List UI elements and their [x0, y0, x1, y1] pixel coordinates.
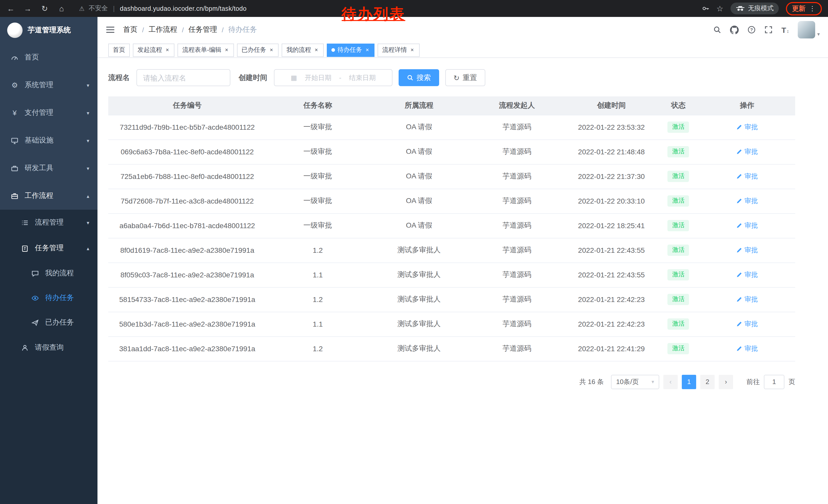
- cell-create-time: 2022-01-21 22:43:55: [565, 263, 658, 287]
- sidebar-item-workflow[interactable]: 工作流程 ▴: [0, 182, 97, 210]
- cell-action: 审批: [699, 287, 795, 312]
- security-label[interactable]: 不安全: [89, 4, 108, 13]
- close-icon[interactable]: ×: [224, 47, 229, 53]
- sidebar-item-leave-query[interactable]: 请假查询: [0, 335, 97, 360]
- prev-page-button[interactable]: ‹: [663, 374, 678, 389]
- breadcrumb-workflow[interactable]: 工作流程: [149, 25, 177, 34]
- key-icon[interactable]: [702, 5, 709, 12]
- pagination: 共 16 条 10条/页 ▾ ‹ 1 2 › 前往 页: [108, 374, 795, 389]
- menu-dots-icon[interactable]: ⋮: [809, 5, 816, 12]
- approve-link[interactable]: 审批: [736, 147, 758, 156]
- cell-initiator: 芋道源码: [469, 263, 565, 287]
- bookmark-star-icon[interactable]: ☆: [716, 4, 723, 13]
- page-button-2[interactable]: 2: [700, 374, 715, 389]
- approve-link[interactable]: 审批: [736, 270, 758, 279]
- close-icon[interactable]: ×: [409, 47, 415, 53]
- breadcrumb-home[interactable]: 首页: [123, 25, 137, 34]
- tab-done-tasks[interactable]: 已办任务 ×: [237, 43, 279, 57]
- approve-link[interactable]: 审批: [736, 245, 758, 255]
- tab-home[interactable]: 首页: [108, 43, 130, 57]
- user-menu[interactable]: ▾: [798, 21, 820, 39]
- edit-icon: [736, 124, 742, 130]
- approve-link[interactable]: 审批: [736, 196, 758, 205]
- sidebar-item-my-process[interactable]: 我的流程: [0, 261, 97, 286]
- approve-link[interactable]: 审批: [736, 172, 758, 181]
- process-name-input[interactable]: [136, 69, 230, 86]
- table-row: 58154733-7ac8-11ec-a9e2-a2380e71991a 1.2…: [108, 287, 795, 312]
- close-icon[interactable]: ×: [165, 47, 170, 53]
- sidebar-item-payment[interactable]: ¥ 支付管理 ▾: [0, 99, 97, 127]
- sidebar-item-system[interactable]: ⚙ 系统管理 ▾: [0, 71, 97, 99]
- toolbox-icon: [10, 164, 19, 172]
- fullscreen-icon[interactable]: [764, 26, 773, 34]
- sidebar-item-devtools[interactable]: 研发工具 ▾: [0, 154, 97, 182]
- forward-icon[interactable]: →: [23, 0, 32, 17]
- tab-todo-tasks[interactable]: 待办任务 ×: [327, 43, 375, 57]
- close-icon[interactable]: ×: [365, 47, 370, 53]
- approve-link[interactable]: 审批: [736, 295, 758, 304]
- home-icon[interactable]: ⌂: [57, 0, 66, 17]
- edit-icon: [736, 198, 742, 204]
- chevron-down-icon: ▾: [652, 379, 654, 384]
- approve-link[interactable]: 审批: [736, 344, 758, 353]
- sidebar-item-process-mgmt[interactable]: 流程管理 ▾: [0, 210, 97, 235]
- cell-task-name: 一级审批: [266, 115, 369, 139]
- github-icon[interactable]: [730, 26, 739, 34]
- url-text[interactable]: dashboard.yudao.iocoder.cn/bpm/task/todo: [120, 5, 247, 12]
- cell-task-name: 1.2: [266, 238, 369, 263]
- update-button[interactable]: 更新 ⋮: [786, 2, 822, 15]
- reset-button[interactable]: ↻ 重置: [445, 69, 485, 86]
- font-size-icon[interactable]: T↕: [782, 26, 789, 34]
- cell-action: 审批: [699, 189, 795, 213]
- cell-action: 审批: [699, 115, 795, 139]
- chrome-right-controls: ☆ 无痕模式 更新 ⋮: [702, 2, 822, 15]
- sidebar-item-home[interactable]: 首页: [0, 44, 97, 71]
- tab-form-edit[interactable]: 流程表单-编辑 ×: [178, 43, 234, 57]
- breadcrumb-separator: /: [142, 26, 144, 34]
- address-bar[interactable]: ⚠ 不安全 | dashboard.yudao.iocoder.cn/bpm/t…: [79, 4, 247, 13]
- cell-action: 审批: [699, 238, 795, 263]
- next-page-button[interactable]: ›: [719, 374, 733, 389]
- close-icon[interactable]: ×: [314, 47, 319, 53]
- reload-icon[interactable]: ↻: [40, 0, 49, 17]
- chevron-up-icon: ▴: [87, 193, 89, 199]
- app-logo: [7, 22, 23, 38]
- close-icon[interactable]: ×: [269, 47, 274, 53]
- back-icon[interactable]: ←: [6, 0, 15, 17]
- approve-link[interactable]: 审批: [736, 319, 758, 329]
- breadcrumb-task-mgmt[interactable]: 任务管理: [189, 25, 217, 34]
- status-badge: 激活: [668, 318, 689, 329]
- sidebar-item-infra[interactable]: 基础设施 ▾: [0, 127, 97, 154]
- pagination-total: 共 16 条: [579, 377, 604, 386]
- search-button[interactable]: 搜索: [399, 69, 439, 86]
- goto-page-input[interactable]: [764, 374, 784, 389]
- sidebar-item-label: 首页: [25, 53, 39, 62]
- cell-process: OA 请假: [369, 213, 469, 238]
- cell-task-name: 一级审批: [266, 189, 369, 213]
- tab-process-detail[interactable]: 流程详情 ×: [378, 43, 419, 57]
- page-size-select[interactable]: 10条/页 ▾: [611, 374, 659, 389]
- page-button-1[interactable]: 1: [682, 374, 696, 389]
- sidebar-item-label: 已办任务: [45, 318, 74, 327]
- cell-create-time: 2022-01-22 23:53:32: [565, 115, 658, 139]
- table-row: 725a1eb6-7b88-11ec-8ef0-acde48001122 一级审…: [108, 164, 795, 189]
- approve-link[interactable]: 审批: [736, 123, 758, 132]
- hamburger-icon[interactable]: [106, 26, 115, 34]
- edit-icon: [736, 272, 742, 278]
- tab-label: 待办任务: [338, 46, 362, 54]
- cell-task-name: 1.1: [266, 263, 369, 287]
- tab-my-process[interactable]: 我的流程 ×: [282, 43, 324, 57]
- help-icon[interactable]: ?: [748, 26, 756, 34]
- table-header-row: 任务编号 任务名称 所属流程 流程发起人 创建时间 状态 操作: [108, 96, 795, 115]
- sidebar-item-task-mgmt[interactable]: 任务管理 ▴: [0, 235, 97, 261]
- gear-icon: ⚙: [10, 81, 19, 89]
- edit-icon: [736, 223, 742, 229]
- update-label[interactable]: 更新: [792, 4, 805, 13]
- tab-start-process[interactable]: 发起流程 ×: [133, 43, 175, 57]
- sidebar-item-todo-tasks[interactable]: 待办任务: [0, 286, 97, 310]
- search-icon[interactable]: [713, 26, 721, 34]
- chevron-up-icon: ▴: [87, 245, 89, 251]
- sidebar-item-done-tasks[interactable]: 已办任务: [0, 310, 97, 335]
- approve-link[interactable]: 审批: [736, 221, 758, 230]
- create-time-range-picker[interactable]: ▦ 开始日期 - 结束日期: [274, 69, 392, 86]
